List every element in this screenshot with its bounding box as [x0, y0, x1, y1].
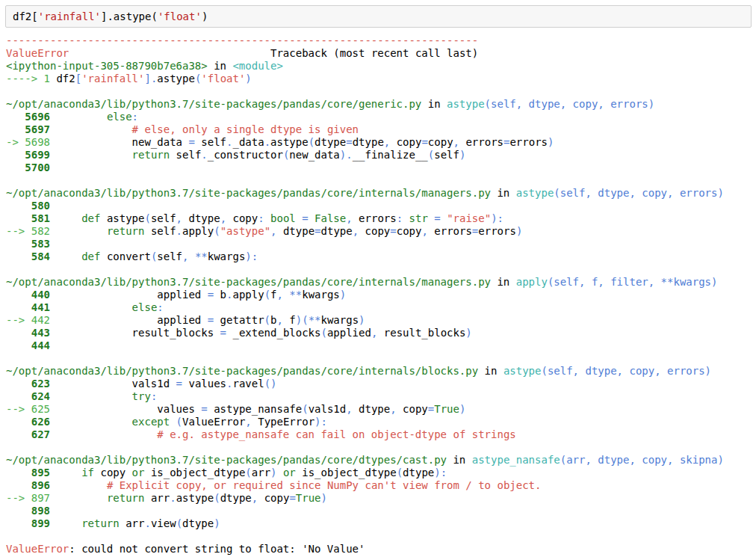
frame-code-line: 444	[6, 339, 756, 352]
separator-line: ----------------------------------------…	[6, 34, 756, 47]
frame-code-line: 583	[6, 238, 756, 250]
frame-code-line: 624 try:	[6, 390, 756, 403]
frame-code-line: 584 def convert(self, **kwargs):	[6, 250, 756, 263]
error-message-line: ValueError: could not convert string to …	[6, 543, 756, 556]
frame-code-line: 441 else:	[6, 301, 756, 314]
frame-code-line-active: --> 897 return arr.astype(dtype, copy=Tr…	[6, 492, 756, 505]
frame-code-line: 5697 # else, only a single dtype is give…	[6, 123, 756, 136]
frame-code-line-active: -> 5698 new_data = self._data.astype(dty…	[6, 136, 756, 149]
input-echo-line: ----> 1 df2['rainfall'].astype('float')	[6, 73, 756, 85]
input-code[interactable]: df2['rainfall'].astype('float')	[13, 10, 744, 23]
frame-code-line: 443 result_blocks = _extend_blocks(appli…	[6, 327, 756, 339]
blank-line	[6, 352, 756, 365]
frame-code-line: 898	[6, 505, 756, 517]
frame-code-line: 623 vals1d = values.ravel()	[6, 378, 756, 390]
frame-code-line: 627 # e.g. astype_nansafe can fail on ob…	[6, 428, 756, 441]
blank-line	[6, 85, 756, 98]
frame-code-line: 895 if copy or is_object_dtype(arr) or i…	[6, 467, 756, 479]
frame-header-line: ~/opt/anaconda3/lib/python3.7/site-packa…	[6, 98, 756, 111]
frame-code-line: 899 return arr.view(dtype)	[6, 517, 756, 530]
frame-code-line: 5696 else:	[6, 111, 756, 123]
frame-code-line: 626 except (ValueError, TypeError):	[6, 416, 756, 428]
frame-code-line-active: --> 582 return self.apply("astype", dtyp…	[6, 225, 756, 238]
frame-header-line: ~/opt/anaconda3/lib/python3.7/site-packa…	[6, 365, 756, 378]
frame-code-line: 5700	[6, 161, 756, 174]
frame-code-line: 896 # Explicit copy, or required since N…	[6, 479, 756, 492]
error-header-line: ValueError Traceback (most recent call l…	[6, 47, 756, 60]
blank-line	[6, 441, 756, 454]
traceback-output: ----------------------------------------…	[0, 31, 756, 557]
blank-line	[6, 263, 756, 276]
blank-line	[6, 174, 756, 187]
blank-line	[6, 530, 756, 543]
frame-code-line-active: --> 442 applied = getattr(b, f)(**kwargs…	[6, 314, 756, 327]
frame-code-line: 581 def astype(self, dtype, copy: bool =…	[6, 212, 756, 225]
input-ref-line: <ipython-input-305-88790b7e6a38> in <mod…	[6, 60, 756, 73]
frame-code-line: 440 applied = b.apply(f, **kwargs)	[6, 289, 756, 301]
frame-header-line: ~/opt/anaconda3/lib/python3.7/site-packa…	[6, 276, 756, 289]
frame-code-line: 5699 return self._constructor(new_data).…	[6, 149, 756, 161]
frame-header-line: ~/opt/anaconda3/lib/python3.7/site-packa…	[6, 187, 756, 200]
frame-code-line: 580	[6, 200, 756, 212]
frame-code-line-active: --> 625 values = astype_nansafe(vals1d, …	[6, 403, 756, 416]
frame-header-line: ~/opt/anaconda3/lib/python3.7/site-packa…	[6, 454, 756, 467]
code-cell-input[interactable]: df2['rainfall'].astype('float')	[5, 5, 752, 28]
